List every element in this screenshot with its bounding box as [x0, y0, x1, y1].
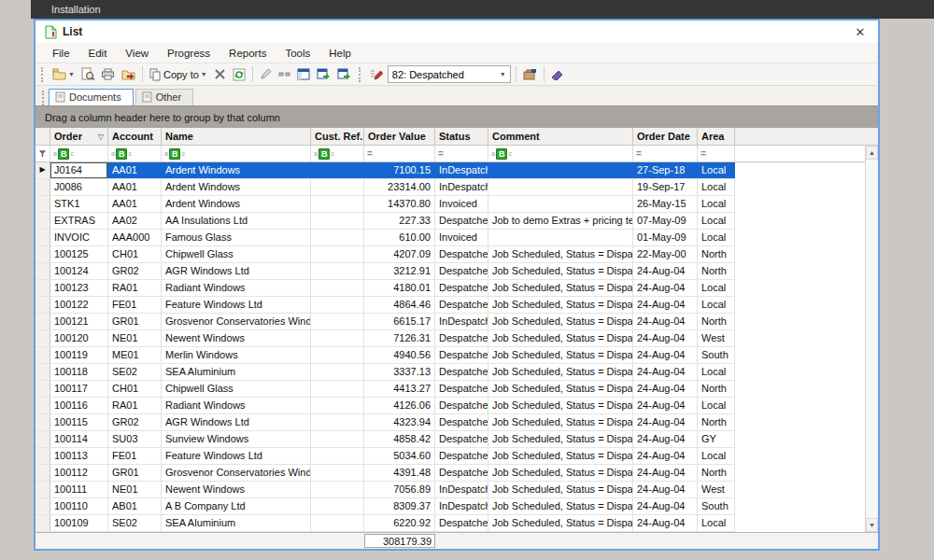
cell-order-date[interactable]: 01-May-09 [633, 230, 698, 245]
grid-row[interactable]: 100114SU03Sunview Windows4858.42Despatch… [35, 431, 735, 448]
cell-account[interactable]: GR01 [108, 465, 162, 481]
cell-name[interactable]: SEA Aluminium [162, 364, 311, 380]
cell-status[interactable]: InDespatch [435, 482, 488, 497]
cell-cust-ref[interactable] [311, 330, 364, 346]
cell-order-value[interactable]: 4207.09 [364, 246, 435, 262]
grid-row[interactable]: STK1AA01Ardent Windows14370.80Invoiced26… [35, 196, 735, 213]
cell-name[interactable]: Feature Windows Ltd [162, 448, 311, 464]
cell-cust-ref[interactable] [311, 179, 364, 195]
grid-row[interactable]: 100121GR01Grosvenor Conservatories Windo… [35, 314, 735, 330]
cell-order-date[interactable]: 24-Aug-04 [633, 364, 698, 380]
grid-row[interactable]: 100110AB01A B Company Ltd8309.37InDespat… [35, 498, 735, 515]
row-indicator-cell[interactable] [35, 263, 50, 279]
cell-comment[interactable]: Job Scheduled, Status = Dispatched [488, 263, 633, 279]
cell-order-date[interactable]: 24-Aug-04 [633, 263, 698, 279]
cell-cust-ref[interactable] [311, 347, 364, 363]
cell-comment[interactable]: Job Scheduled, Status = Dispatched [488, 246, 633, 262]
cell-account[interactable]: AA02 [108, 213, 162, 229]
cell-cust-ref[interactable] [311, 314, 364, 329]
cell-status[interactable]: Despatched [435, 246, 488, 262]
cell-name[interactable]: Grosvenor Conservatories Windows & [162, 314, 311, 329]
cell-account[interactable]: AA01 [108, 162, 162, 178]
row-indicator-cell[interactable] [35, 498, 50, 514]
cell-area[interactable]: North [698, 381, 735, 397]
filter-area[interactable]: = [698, 146, 735, 161]
cell-account[interactable]: ME01 [108, 347, 162, 363]
window-titlebar[interactable]: List ✕ [35, 21, 878, 43]
row-indicator-cell[interactable] [35, 314, 50, 329]
cell-account[interactable]: AB01 [108, 498, 162, 514]
clear-filter-button[interactable] [549, 67, 566, 81]
cell-area[interactable]: Local [698, 280, 735, 296]
cell-status[interactable]: InDespatch [435, 498, 488, 514]
cell-status[interactable]: Despatched [435, 515, 488, 531]
cell-order-value[interactable]: 4864.46 [364, 297, 435, 313]
menu-file[interactable]: File [43, 46, 79, 61]
delete-button[interactable] [212, 67, 228, 81]
cell-order-value[interactable]: 7100.15 [364, 162, 435, 178]
filter-order-date[interactable]: = [633, 146, 698, 161]
grid-row[interactable]: EXTRASAA02AA Insulations Ltd227.33Despat… [35, 213, 735, 230]
cell-account[interactable]: GR01 [108, 314, 162, 329]
grid-row[interactable]: 100124GR02AGR Windows Ltd3212.91Despatch… [35, 263, 735, 280]
cell-order-value[interactable]: 227.33 [364, 213, 435, 229]
cell-cust-ref[interactable] [311, 482, 364, 497]
cell-order-date[interactable]: 19-Sep-17 [633, 179, 698, 195]
cell-status[interactable]: Invoiced [435, 196, 488, 212]
cell-order[interactable]: 100124 [50, 263, 108, 279]
cell-status[interactable]: Despatched [435, 414, 488, 430]
cell-cust-ref[interactable] [311, 398, 364, 413]
cell-order-date[interactable]: 24-Aug-04 [633, 314, 698, 329]
cell-order[interactable]: 100115 [50, 414, 108, 430]
cell-order-date[interactable]: 24-Aug-04 [633, 381, 698, 397]
cell-comment[interactable]: Job Scheduled, Status = Dispatched [488, 364, 633, 380]
filter-order[interactable]: aBc [50, 146, 108, 161]
cell-order-value[interactable]: 23314.00 [364, 179, 435, 195]
cell-order-date[interactable]: 27-Sep-18 [633, 162, 698, 178]
tab-other[interactable]: Other [135, 89, 194, 105]
cell-comment[interactable] [488, 230, 633, 245]
cell-cust-ref[interactable] [311, 246, 364, 262]
row-indicator-cell[interactable] [35, 381, 50, 397]
column-header-account[interactable]: Account [108, 128, 162, 145]
row-indicator-cell[interactable]: ▶ [35, 162, 50, 178]
grid-row[interactable]: 100112GR01Grosvenor Conservatories Windo… [35, 465, 735, 482]
cell-cust-ref[interactable] [311, 515, 364, 531]
grid-row[interactable]: 100116RA01Radiant Windows4126.06Despatch… [35, 398, 735, 414]
cell-cust-ref[interactable] [311, 263, 364, 279]
cell-order-value[interactable]: 8309.37 [364, 498, 435, 514]
filter-order-value[interactable]: = [364, 146, 435, 161]
cell-order-value[interactable]: 7126.31 [364, 330, 435, 346]
row-indicator-cell[interactable] [35, 515, 50, 531]
menu-reports[interactable]: Reports [219, 46, 276, 61]
cell-order[interactable]: 100117 [50, 381, 108, 397]
cell-order-date[interactable]: 24-Aug-04 [633, 347, 698, 363]
cell-area[interactable]: South [698, 498, 735, 514]
column-header-area[interactable]: Area [698, 128, 735, 145]
cell-order-value[interactable]: 4940.56 [364, 347, 435, 363]
column-header-order[interactable]: Order ▽ [50, 128, 108, 145]
cell-order-value[interactable]: 4391.48 [364, 465, 435, 481]
cell-area[interactable]: Local [698, 196, 735, 212]
cell-status[interactable]: Despatched [435, 431, 488, 447]
cell-cust-ref[interactable] [311, 381, 364, 397]
cell-order-value[interactable]: 5034.60 [364, 448, 435, 464]
cell-comment[interactable]: Job Scheduled, Status = Dispatched [488, 465, 633, 481]
cell-order-date[interactable]: 24-Aug-04 [633, 398, 698, 413]
cell-order[interactable]: STK1 [50, 196, 108, 212]
cell-order[interactable]: 100121 [50, 314, 108, 329]
tabbar-grip[interactable] [42, 91, 46, 105]
row-indicator-cell[interactable] [35, 465, 50, 481]
cell-order-date[interactable]: 24-Aug-04 [633, 330, 698, 346]
cell-order[interactable]: J0164 [50, 162, 108, 178]
cell-comment[interactable] [488, 162, 633, 178]
cell-comment[interactable]: Job Scheduled, Status = Dispatched [488, 314, 633, 329]
cell-area[interactable]: North [698, 414, 735, 430]
cell-area[interactable]: Local [698, 448, 735, 464]
grid-row[interactable]: ▶J0164AA01Ardent Windows7100.15InDespatc… [35, 162, 735, 179]
cell-order-date[interactable]: 24-Aug-04 [633, 515, 698, 531]
grid-row[interactable]: 100118SE02SEA Aluminium3337.13Despatched… [35, 364, 735, 381]
cell-comment[interactable]: Job Scheduled, Status = Dispatched [488, 448, 633, 464]
scroll-up-icon[interactable]: ▲ [866, 146, 878, 160]
cell-status[interactable]: Despatched [435, 398, 488, 413]
